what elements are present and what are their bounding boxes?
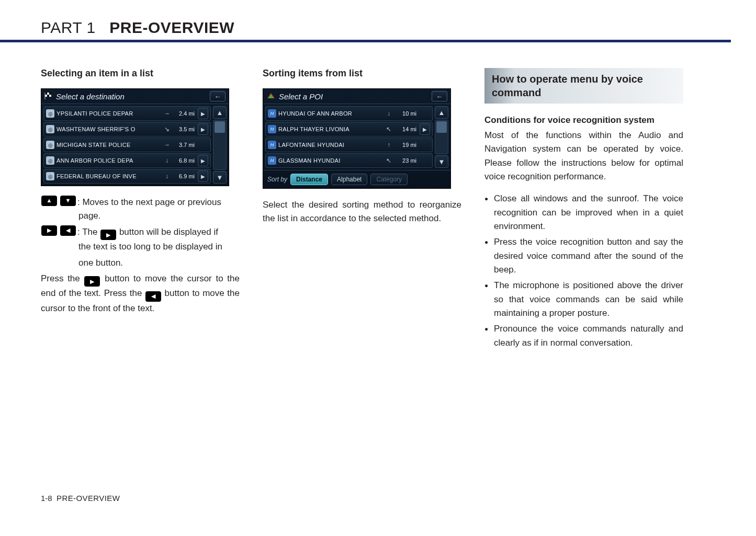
poi-marker-icon: ◎ [46,172,54,180]
list-item-label: WASHTENAW SHERRIF'S O [57,126,161,132]
page-header: PART 1 PRE-OVERVIEW [0,19,731,42]
sort-tab-distance[interactable]: Distance [290,174,328,185]
brand-icon: H [268,125,276,133]
list-item-distance: 6.9 mi [173,173,196,179]
right-icon: ▶ [100,230,116,240]
direction-arrow-icon: ↑ [385,141,392,149]
list-item[interactable]: ◎MICHIGAN STATE POLICE→3.7 mi [43,138,211,152]
back-button[interactable]: ← [432,91,447,101]
bullet-item: Pronounce the voice commands naturally a… [484,322,683,350]
column-sorting: Sorting items from list Select a POI ← H… [263,68,461,352]
bullet-item: Press the voice recognition button and s… [484,235,683,277]
direction-arrow-icon: ↖ [385,126,392,133]
expand-button[interactable]: ▶ [198,123,208,135]
list-item-label: ANN ARBOR POLICE DEPA [57,157,161,164]
expand-button[interactable]: ▶ [198,155,208,166]
screen1-title: Select a destination [56,92,125,101]
right-icon: ▶ [84,276,100,287]
right-icon: ▶ [41,225,57,236]
list-item[interactable]: HRALPH THAYER LIVONIA↖14 mi▶ [265,122,433,136]
scroll-up-button[interactable]: ▲ [435,106,448,119]
list-item-distance: 23 mi [394,157,418,164]
poi-marker-icon: ◎ [46,156,54,165]
poi-icon [266,92,276,101]
poi-marker-icon: ◎ [46,109,54,118]
screenshot-select-poi: Select a POI ← HHYUNDAI OF ANN ARBOR↓10 … [263,88,451,189]
voice-heading: How to operate menu by voice command [484,68,683,104]
bullet-item: Close all windows and the sunroof. The v… [484,192,683,233]
sort-by-label: Sort by [267,176,287,183]
list-item[interactable]: ◎FEDERAL BUREAU OF INVE↓6.9 mi▶ [43,169,211,184]
left-icon: ◀ [60,225,76,236]
brand-icon: H [268,141,276,149]
sort-tab-alphabet[interactable]: Alphabet [331,174,367,185]
direction-arrow-icon: → [163,141,171,149]
list-item-label: MICHIGAN STATE POLICE [57,142,161,148]
direction-arrow-icon: ↘ [163,126,171,133]
list-item-distance: 14 mi [394,126,418,132]
list-item-label: HYUNDAI OF ANN ARBOR [278,110,383,117]
list-item[interactable]: ◎WASHTENAW SHERRIF'S O↘3.5 mi▶ [43,122,211,136]
poi-marker-icon: ◎ [46,125,54,133]
left-icon: ◀ [145,291,161,302]
list-item-label: LAFONTAINE HYUNDAI [278,142,383,148]
poi-marker-icon: ◎ [46,141,54,149]
list-item[interactable]: HHYUNDAI OF ANN ARBOR↓10 mi [265,106,433,121]
list-item-label: FEDERAL BUREAU OF INVE [57,173,161,179]
screenshot-select-destination: Select a destination ← ◎YPSILANTI POLICE… [41,88,229,186]
scroll-down-button[interactable]: ▼ [435,155,448,168]
direction-arrow-icon: ↓ [163,157,171,164]
back-button[interactable]: ← [210,91,225,101]
brand-icon: H [268,156,276,165]
direction-arrow-icon: ↖ [385,157,392,164]
list-item-distance: 10 mi [394,110,418,117]
direction-arrow-icon: ↓ [163,173,171,180]
list-item[interactable]: HGLASSMAN HYUNDAI↖23 mi [265,153,433,168]
col2-paragraph: Select the desired sorting method to reo… [263,198,461,226]
brand-icon: H [268,109,276,118]
list-item-label: GLASSMAN HYUNDAI [278,157,383,164]
col1-legend: ▲ ▼ : Moves to the next page or previous… [41,196,240,315]
voice-subheading: Conditions for voice recognition system [484,115,683,126]
direction-arrow-icon: → [163,110,171,117]
expand-button[interactable]: ▶ [420,123,430,135]
voice-bullet-list: Close all windows and the sunroof. The v… [484,192,683,350]
column-selecting: Selecting an item in a list Select a des… [41,68,240,352]
svg-rect-1 [45,93,47,95]
page-footer: 1-8 PRE-OVERVIEW [41,494,120,503]
col2-heading: Sorting items from list [263,68,461,79]
header-name: PRE-OVERVIEW [109,19,234,36]
up-icon: ▲ [41,196,57,206]
col1-heading: Selecting an item in a list [41,68,240,79]
scroll-up-button[interactable]: ▲ [213,106,227,119]
expand-button[interactable]: ▶ [198,108,208,119]
header-part: PART 1 [41,19,96,36]
list-item-distance: 6.8 mi [173,157,196,164]
list-item[interactable]: HLAFONTAINE HYUNDAI↑19 mi [265,138,433,152]
list-item[interactable]: ◎ANN ARBOR POLICE DEPA↓6.8 mi▶ [43,153,211,168]
flag-icon [44,92,53,101]
list-item[interactable]: ◎YPSILANTI POLICE DEPAR→2.4 mi▶ [43,106,211,121]
column-voice: How to operate menu by voice command Con… [484,68,683,352]
bullet-item: The microphone is positioned above the d… [484,279,683,320]
list-item-label: RALPH THAYER LIVONIA [278,126,383,132]
voice-paragraph: Most of the functions within the Audio a… [484,129,683,184]
expand-button[interactable]: ▶ [198,170,208,182]
sort-tab-category[interactable]: Category [370,174,408,185]
scroll-track[interactable] [435,120,448,154]
down-icon: ▼ [60,196,76,206]
list-item-label: YPSILANTI POLICE DEPAR [57,110,161,117]
direction-arrow-icon: ↓ [385,110,392,117]
list-item-distance: 3.5 mi [173,126,196,132]
screen2-title: Select a POI [279,92,323,101]
list-item-distance: 2.4 mi [173,110,196,117]
list-item-distance: 19 mi [394,142,418,148]
header-rule [0,40,731,42]
svg-rect-2 [47,95,49,97]
scroll-track[interactable] [213,120,227,170]
scroll-down-button[interactable]: ▼ [213,171,227,184]
svg-rect-3 [49,93,51,95]
list-item-distance: 3.7 mi [173,142,196,148]
